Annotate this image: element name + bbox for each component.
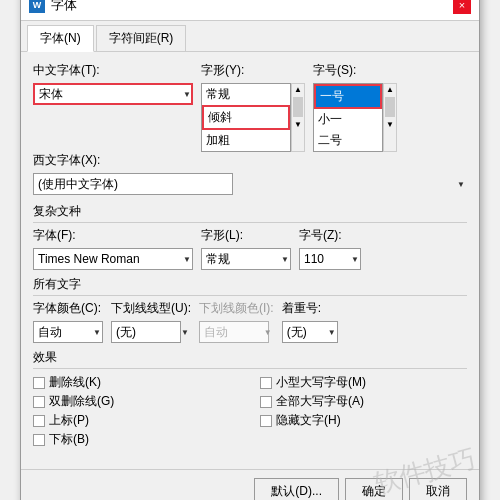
complex-size-select-wrap: 110 ▼: [299, 248, 361, 270]
all-caps-label: 全部大写字母(A): [276, 393, 364, 410]
all-text-row: 字体颜色(C): 自动 ▼ 下划线线型(U): (无): [33, 300, 467, 343]
cn-font-select[interactable]: 宋体: [33, 83, 193, 105]
style-listbox[interactable]: 常规 倾斜 加粗: [201, 83, 291, 152]
complex-font-select-wrap: Times New Roman ▼: [33, 248, 193, 270]
superscript-checkbox[interactable]: [33, 415, 45, 427]
emphasis-select-wrap: (无) ▼: [282, 321, 338, 343]
dialog-icon: W: [29, 0, 45, 13]
complex-size-select[interactable]: 110: [299, 248, 361, 270]
underline-arrow-icon: ▼: [181, 328, 189, 337]
style-option-italic[interactable]: 倾斜: [202, 105, 290, 130]
style-option-bold[interactable]: 加粗: [202, 130, 290, 151]
cancel-button[interactable]: 取消: [409, 478, 467, 500]
style-label: 字形(Y):: [201, 62, 305, 79]
scroll-thumb: [293, 97, 303, 117]
style-listbox-wrap: 常规 倾斜 加粗 ▲ ▼: [201, 83, 305, 152]
emphasis-group: 着重号: (无) ▼: [282, 300, 338, 343]
scroll-down-icon[interactable]: ▼: [293, 119, 303, 130]
cn-size-scroll-down-icon[interactable]: ▼: [385, 119, 395, 130]
underline-color-label: 下划线颜色(I):: [199, 300, 274, 317]
cn-font-label: 中文字体(T):: [33, 62, 193, 79]
color-label: 字体颜色(C):: [33, 300, 103, 317]
tab-font[interactable]: 字体(N): [27, 25, 94, 52]
dialog-footer: 默认(D)... 确定 取消: [21, 469, 479, 500]
complex-style-select[interactable]: 常规: [201, 248, 291, 270]
close-button[interactable]: ×: [453, 0, 471, 14]
western-font-arrow-icon: ▼: [457, 180, 465, 189]
small-caps-row: 小型大写字母(M): [260, 373, 467, 392]
all-caps-row: 全部大写字母(A): [260, 392, 467, 411]
cn-size-group: 字号(S): 一号 小一 二号 ▲ ▼: [313, 62, 397, 152]
dialog-content: 中文字体(T): 宋体 ▼ 字形(Y): 常规 倾斜 加粗: [21, 52, 479, 469]
all-text-divider: 所有文字: [33, 276, 467, 296]
cn-size-scroll-up-icon[interactable]: ▲: [385, 84, 395, 95]
complex-font-select[interactable]: Times New Roman: [33, 248, 193, 270]
complex-font-label: 字体(F):: [33, 227, 193, 244]
style-scrollbar[interactable]: ▲ ▼: [291, 83, 305, 152]
complex-size-label: 字号(Z):: [299, 227, 361, 244]
effects-divider: 效果: [33, 349, 467, 369]
double-strike-checkbox[interactable]: [33, 396, 45, 408]
cn-font-row: 中文字体(T): 宋体 ▼ 字形(Y): 常规 倾斜 加粗: [33, 62, 467, 152]
emphasis-select[interactable]: (无): [282, 321, 338, 343]
default-button[interactable]: 默认(D)...: [254, 478, 339, 500]
complex-style-select-wrap: 常规 ▼: [201, 248, 291, 270]
color-group: 字体颜色(C): 自动 ▼: [33, 300, 103, 343]
double-strike-row: 双删除线(G): [33, 392, 240, 411]
western-font-select[interactable]: (使用中文字体): [33, 173, 233, 195]
complex-size-group: 字号(Z): 110 ▼: [299, 227, 361, 270]
strikethrough-checkbox[interactable]: [33, 377, 45, 389]
small-caps-checkbox[interactable]: [260, 377, 272, 389]
style-group: 字形(Y): 常规 倾斜 加粗 ▲ ▼: [201, 62, 305, 152]
all-caps-checkbox[interactable]: [260, 396, 272, 408]
color-select-wrap: 自动 ▼: [33, 321, 103, 343]
cn-size-option-1[interactable]: 一号: [314, 84, 382, 109]
cn-font-select-wrap: 宋体 ▼: [33, 83, 193, 105]
cn-size-label: 字号(S):: [313, 62, 397, 79]
western-font-select-wrap: (使用中文字体) ▼: [33, 173, 467, 195]
complex-font-group: 字体(F): Times New Roman ▼: [33, 227, 193, 270]
complex-section: 复杂文种 字体(F): Times New Roman ▼ 字形(L):: [33, 203, 467, 270]
cn-size-scroll-thumb: [385, 97, 395, 117]
small-caps-label: 小型大写字母(M): [276, 374, 366, 391]
tab-spacing[interactable]: 字符间距(R): [96, 25, 187, 51]
title-bar-left: W 字体: [29, 0, 77, 14]
hidden-checkbox[interactable]: [260, 415, 272, 427]
strikethrough-label: 删除线(K): [49, 374, 101, 391]
ok-button[interactable]: 确定: [345, 478, 403, 500]
western-font-label: 西文字体(X):: [33, 152, 467, 169]
underline-label: 下划线线型(U):: [111, 300, 191, 317]
western-font-group: 西文字体(X): (使用中文字体) ▼: [33, 152, 467, 195]
underline-group: 下划线线型(U): (无) ▼: [111, 300, 191, 343]
scroll-up-icon[interactable]: ▲: [293, 84, 303, 95]
double-strike-label: 双删除线(G): [49, 393, 114, 410]
all-text-section: 所有文字 字体颜色(C): 自动 ▼ 下划线线型(U):: [33, 276, 467, 343]
underline-color-group: 下划线颜色(I): 自动 ▼: [199, 300, 274, 343]
subscript-row: 下标(B): [33, 430, 240, 449]
underline-color-select: 自动: [199, 321, 269, 343]
subscript-label: 下标(B): [49, 431, 89, 448]
superscript-row: 上标(P): [33, 411, 240, 430]
font-dialog: W 字体 × 字体(N) 字符间距(R) 中文字体(T): 宋体 ▼: [20, 0, 480, 500]
underline-select-wrap: (无) ▼: [111, 321, 191, 343]
effects-left-col: 删除线(K) 双删除线(G) 上标(P) 下标(B): [33, 373, 240, 449]
color-select[interactable]: 自动: [33, 321, 103, 343]
cn-size-listbox[interactable]: 一号 小一 二号: [313, 83, 383, 152]
effects-right-col: 小型大写字母(M) 全部大写字母(A) 隐藏文字(H): [260, 373, 467, 449]
cn-size-option-2[interactable]: 二号: [314, 130, 382, 151]
underline-select[interactable]: (无): [111, 321, 181, 343]
subscript-checkbox[interactable]: [33, 434, 45, 446]
cn-size-option-small1[interactable]: 小一: [314, 109, 382, 130]
watermark-spacer: 软件技巧: [33, 449, 467, 459]
dialog-title: 字体: [51, 0, 77, 14]
cn-font-group: 中文字体(T): 宋体 ▼: [33, 62, 193, 105]
emphasis-label: 着重号:: [282, 300, 338, 317]
complex-divider: 复杂文种: [33, 203, 467, 223]
strikethrough-row: 删除线(K): [33, 373, 240, 392]
effects-grid: 删除线(K) 双删除线(G) 上标(P) 下标(B): [33, 373, 467, 449]
cn-size-scrollbar[interactable]: ▲ ▼: [383, 83, 397, 152]
effects-section: 效果 删除线(K) 双删除线(G) 上标(P): [33, 349, 467, 449]
title-bar: W 字体 ×: [21, 0, 479, 21]
style-option-regular[interactable]: 常规: [202, 84, 290, 105]
complex-style-group: 字形(L): 常规 ▼: [201, 227, 291, 270]
